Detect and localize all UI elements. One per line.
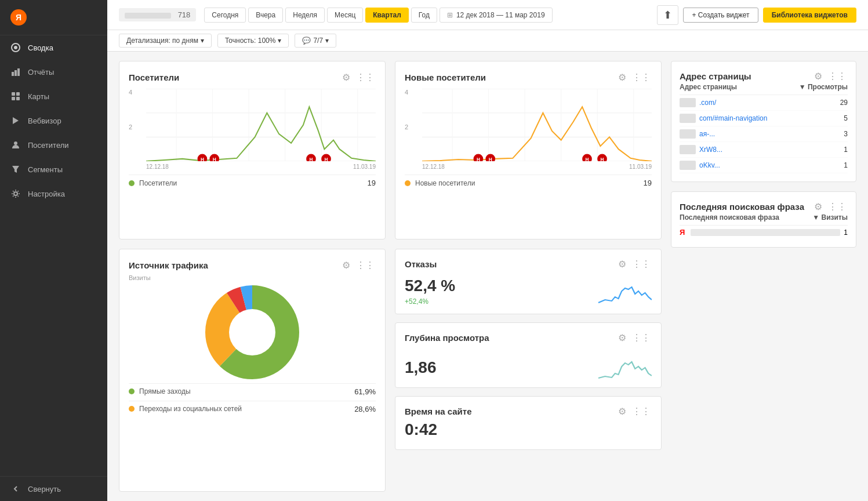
visitors-legend-dot [129,180,135,186]
search-phrase-widget: Последняя поисковая фраза ⚙ ⋮⋮ Последняя… [671,191,856,248]
row-url[interactable]: oKkv... [699,161,830,169]
settings-icon[interactable]: ⚙ [341,259,351,272]
sidebar-collapse[interactable]: Свернуть [0,477,107,501]
search-phrase-actions: ⚙ ⋮⋮ [813,200,848,213]
new-visitors-widget: Новые посетители ⚙ ⋮⋮ 4 2 [395,61,662,239]
row-url[interactable]: XrW8... [699,146,830,154]
sidebar-item-label: Посетители [28,141,69,150]
sidebar-item-settings[interactable]: Настройка [0,181,107,206]
sidebar-item-segments[interactable]: Сегменты [0,157,107,181]
row-url[interactable]: ая-... [699,130,830,138]
address-col-left: Адрес страницы [680,83,737,91]
person-icon [10,140,21,150]
grid-icon [10,91,21,101]
detail-filter-button[interactable]: Детализация: по дням ▾ [119,34,212,48]
svg-rect-5 [12,92,15,96]
new-visitors-legend-dot [405,180,411,186]
time-title: Время на сайте [405,406,472,416]
svg-text:Н: Н [601,157,604,161]
sidebar-bottom: Свернуть [0,476,107,501]
search-phrase-header: Последняя поисковая фраза ⚙ ⋮⋮ [680,200,848,213]
settings-icon[interactable]: ⚙ [341,71,351,84]
middle-bottom-col: Отказы ⚙ ⋮⋮ 52,4 % +52,4% [395,249,662,492]
settings-icon[interactable]: ⚙ [617,331,627,344]
sidebar-item-visitors[interactable]: Посетители [0,133,107,157]
depth-title: Глубина просмотра [405,333,489,343]
row-value: 1 [834,161,848,169]
svg-rect-7 [12,97,15,100]
period-week-button[interactable]: Неделя [285,8,325,23]
svg-marker-9 [13,117,19,124]
legend-value-direct: 61,9% [354,387,376,396]
bounce-actions: ⚙ ⋮⋮ [617,257,652,271]
svg-text:Н: Н [325,157,328,161]
sidebar-item-reports[interactable]: Отчёты [0,60,107,84]
widget-library-button[interactable]: Библиотека виджетов [763,8,856,23]
traffic-source-actions: ⚙ ⋮⋮ [341,259,376,272]
settings-icon[interactable]: ⚙ [813,200,823,213]
address-widget-actions: ⚙ ⋮⋮ [813,70,848,83]
table-row: oKkv... 1 [680,158,848,173]
accuracy-filter-button[interactable]: Точность: 100% ▾ [217,34,289,48]
grid-dots-icon[interactable]: ⋮⋮ [631,71,652,84]
settings-icon[interactable]: ⚙ [617,257,627,271]
yandex-search-icon: Я [680,228,685,237]
grid-dots-icon[interactable]: ⋮⋮ [355,259,376,272]
row-value: 3 [834,130,848,138]
visitors-widget-title: Посетители [129,72,179,82]
period-month-button[interactable]: Месяц [327,8,363,23]
sidebar-item-label: Сегменты [28,165,63,174]
period-year-button[interactable]: Год [411,8,437,23]
x-end-label: 11.03.19 [353,164,376,170]
settings-icon[interactable]: ⚙ [617,405,627,418]
new-visitors-legend: Новые посетители 19 [405,175,652,187]
bounce-metric-row: 52,4 % +52,4% [405,271,652,306]
sidebar-item-webvisor[interactable]: Вебвизор [0,108,107,133]
settings-icon[interactable]: ⚙ [813,70,823,83]
sidebar-item-label: Сводка [28,43,53,52]
depth-sparkline [532,344,652,379]
visitors-widget-header: Посетители ⚙ ⋮⋮ [129,71,376,84]
export-button[interactable]: ⬆ [657,5,678,25]
filter-icon [10,164,21,175]
grid-dots-icon[interactable]: ⋮⋮ [631,405,652,418]
segments-filter-button[interactable]: 💬 7/7 ▾ [295,34,336,48]
grid-dots-icon[interactable]: ⋮⋮ [827,70,848,83]
bounce-widget: Отказы ⚙ ⋮⋮ 52,4 % +52,4% [395,249,662,314]
create-widget-button[interactable]: + Создать виджет [683,8,758,23]
sidebar-item-maps[interactable]: Карты [0,84,107,108]
export-icon: ⬆ [663,9,672,21]
y-mid-label: 2 [405,124,408,130]
period-yesterday-button[interactable]: Вчера [248,8,283,23]
settings-icon[interactable]: ⚙ [617,71,627,84]
topbar-left: 718 Сегодня Вчера Неделя Месяц Квартал Г… [119,8,553,23]
visitors-legend-value: 19 [368,179,376,187]
svg-rect-3 [14,70,17,76]
collapse-icon [10,484,21,494]
address-col-right: ▼ Просмотры [799,83,848,91]
bounce-value: 52,4 % [405,277,525,295]
depth-metric-left: 1,86 [405,356,525,379]
date-range-selector[interactable]: ⊞ 12 дек 2018 — 11 мар 2019 [440,8,553,23]
sidebar-item-summary[interactable]: Сводка [0,35,107,60]
svg-rect-6 [16,92,20,96]
depth-widget: Глубина просмотра ⚙ ⋮⋮ 1,86 [395,322,662,388]
x-start-label: 12.12.18 [422,164,445,170]
grid-dots-icon[interactable]: ⋮⋮ [355,71,376,84]
new-visitors-x-labels: 12.12.18 11.03.19 [422,164,652,170]
bounce-header: Отказы ⚙ ⋮⋮ [405,257,652,271]
row-url[interactable]: com/#main-navigation [699,114,830,122]
period-today-button[interactable]: Сегодня [204,8,246,23]
collapse-label: Свернуть [28,485,61,493]
grid-dots-icon[interactable]: ⋮⋮ [631,331,652,344]
grid-dots-icon[interactable]: ⋮⋮ [827,200,848,213]
traffic-legend-direct: Прямые заходы 61,9% [129,383,376,396]
legend-value-social: 28,6% [354,405,376,413]
period-quarter-button[interactable]: Квартал [365,8,409,23]
grid-dots-icon[interactable]: ⋮⋮ [631,257,652,271]
visitors-x-labels: 12.12.18 11.03.19 [146,164,376,170]
new-visitors-widget-header: Новые посетители ⚙ ⋮⋮ [405,71,652,84]
table-row: XrW8... 1 [680,142,848,158]
row-url[interactable]: .com/ [699,99,830,107]
search-phrase-table-header: Последняя поисковая фраза ▼ Визиты [680,213,848,226]
